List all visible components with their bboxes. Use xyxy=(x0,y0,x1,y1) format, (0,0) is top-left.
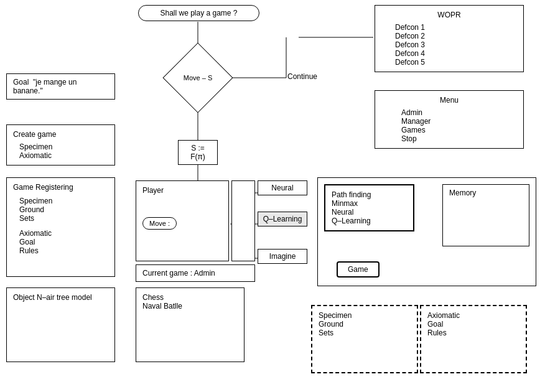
move-diamond: Move – S xyxy=(173,53,223,103)
goal-label: Goal xyxy=(13,78,29,86)
create-game-specimen: Specimen xyxy=(19,142,108,151)
sfunction-text: S := F(π) xyxy=(190,144,205,161)
ax-rules: Rules xyxy=(427,329,519,337)
start-text: Shall we play a game ? xyxy=(160,9,237,17)
neural-label: Neural xyxy=(271,184,293,192)
menu-item-manager: Manager xyxy=(401,117,516,126)
gr-specimen: Specimen xyxy=(19,197,108,205)
wopr-item-1: Defcon 1 xyxy=(395,23,516,32)
menu-item-games: Games xyxy=(401,126,516,134)
object-box: Object N–air tree model xyxy=(6,287,115,362)
sfunction-box: S := F(π) xyxy=(178,140,218,165)
start-box: Shall we play a game ? xyxy=(138,5,259,21)
qlearning-label: Q–Learning xyxy=(263,215,302,223)
object-text: Object N–air tree model xyxy=(13,293,108,302)
menu-title: Menu xyxy=(383,96,516,105)
naval-item: Naval Batlle xyxy=(142,302,238,310)
chess-box: Chess Naval Batlle xyxy=(136,287,245,362)
imagine-btn-box[interactable]: Imagine xyxy=(258,249,307,264)
current-game-box: Current game : Admin xyxy=(136,264,255,282)
pf-item-4: Q–Learning xyxy=(332,217,407,225)
wopr-box: WOPR Defcon 1 Defcon 2 Defcon 3 Defcon 4… xyxy=(375,5,524,72)
memory-title: Memory xyxy=(449,189,523,197)
player-box: Player Move : xyxy=(136,180,229,261)
game-registering-box: Game Registering Specimen Ground Sets Ax… xyxy=(6,177,115,277)
pf-item-2: Minmax xyxy=(332,199,407,208)
menu-item-stop: Stop xyxy=(401,134,516,143)
gr-ground: Ground xyxy=(19,205,108,214)
axiomatic-outer: Axiomatic Goal Rules xyxy=(420,305,527,373)
memory-box: Memory xyxy=(442,184,529,246)
wopr-title: WOPR xyxy=(383,11,516,19)
menu-box: Menu Admin Manager Games Stop xyxy=(375,90,524,149)
game-registering-title: Game Registering xyxy=(13,183,108,192)
diamond-text: Move – S xyxy=(184,74,212,82)
gr-sets: Sets xyxy=(19,214,108,223)
chess-item: Chess xyxy=(142,293,238,302)
current-game-text: Current game : Admin xyxy=(142,269,215,278)
goal-box: Goal "je mange un banane." xyxy=(6,73,115,100)
gr-axiomatic: Axiomatic xyxy=(19,229,108,238)
wopr-item-4: Defcon 4 xyxy=(395,49,516,58)
pf-item-3: Neural xyxy=(332,208,407,217)
gr-rules: Rules xyxy=(19,246,108,255)
game-label: Game xyxy=(348,265,368,274)
create-game-title: Create game xyxy=(13,130,108,139)
game-btn[interactable]: Game xyxy=(337,261,380,278)
sg-specimen: Specimen xyxy=(319,311,411,320)
ax-goal: Goal xyxy=(427,320,519,329)
continue-label: Continue xyxy=(287,72,317,81)
menu-item-admin: Admin xyxy=(401,108,516,117)
wopr-item-3: Defcon 3 xyxy=(395,40,516,49)
blank-box xyxy=(231,180,255,261)
ax-axiomatic: Axiomatic xyxy=(427,311,519,320)
diagram: Shall we play a game ? WOPR Defcon 1 Def… xyxy=(0,0,545,392)
sg-ground: Ground xyxy=(319,320,411,329)
specimen-ground-outer: Specimen Ground Sets xyxy=(311,305,418,373)
gr-goal: Goal xyxy=(19,238,108,246)
imagine-label: Imagine xyxy=(269,252,296,261)
create-game-axiomatic: Axiomatic xyxy=(19,151,108,160)
right-area-box: Path finding Minmax Neural Q–Learning Me… xyxy=(317,177,536,286)
qlearning-btn-box[interactable]: Q–Learning xyxy=(258,212,307,226)
player-title: Player xyxy=(142,186,222,195)
sg-sets: Sets xyxy=(319,329,411,337)
move-btn[interactable]: Move : xyxy=(142,217,177,230)
path-finding-box: Path finding Minmax Neural Q–Learning xyxy=(324,184,414,231)
wopr-item-2: Defcon 2 xyxy=(395,32,516,40)
pf-item-1: Path finding xyxy=(332,190,407,199)
create-game-box: Create game Specimen Axiomatic xyxy=(6,124,115,166)
neural-btn-box[interactable]: Neural xyxy=(258,180,307,195)
wopr-item-5: Defcon 5 xyxy=(395,58,516,67)
